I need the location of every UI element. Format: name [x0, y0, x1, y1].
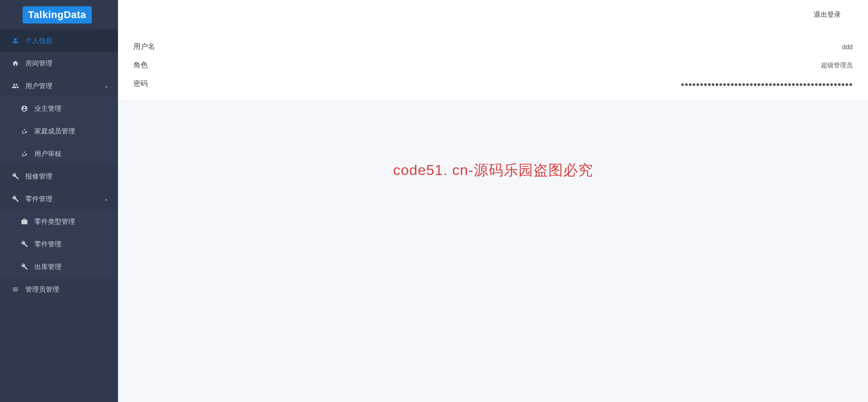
sidebar-item-label: 管理员管理: [25, 285, 109, 294]
sidebar-item-label: 业主管理: [34, 104, 109, 113]
sidebar-item-outbound[interactable]: 出库管理: [0, 255, 118, 278]
users-icon: [11, 81, 20, 90]
profile-row-password: 密码 ●●●●●●●●●●●●●●●●●●●●●●●●●●●●●●●●●●●●●…: [133, 75, 853, 93]
wrench-out-icon: [20, 262, 29, 271]
briefcase-icon: [20, 217, 29, 226]
sidebar-item-user-audit[interactable]: 用户审核: [0, 142, 118, 165]
wrench-icon: [11, 194, 20, 203]
sidebar-item-part-mgmt[interactable]: 零件管理: [0, 233, 118, 255]
watermark-text: code51. cn-源码乐园盗图必究: [393, 161, 593, 180]
account-circle-icon: [20, 104, 29, 113]
admin-icon: [11, 285, 20, 294]
sidebar-item-profile[interactable]: 个人信息: [0, 29, 118, 52]
sidebar-item-part-type[interactable]: 零件类型管理: [0, 210, 118, 233]
sidebar-item-label: 房间管理: [25, 59, 109, 68]
person-icon: [11, 36, 20, 45]
topbar: 退出登录: [118, 0, 868, 29]
verified-user-icon: [20, 149, 29, 158]
sidebar-item-family-mgmt[interactable]: 家庭成员管理: [0, 120, 118, 142]
logo-area: TalkingData: [0, 0, 118, 29]
sidebar-nav: 个人信息 房间管理 用户管理 业主管理 家庭成员管理 用户审核: [0, 29, 118, 402]
sidebar-item-label: 用户管理: [25, 82, 104, 90]
logout-link[interactable]: 退出登录: [814, 10, 841, 19]
sidebar-item-parts[interactable]: 零件管理: [0, 188, 118, 210]
sidebar-item-label: 零件管理: [34, 240, 109, 249]
sidebar-item-label: 个人信息: [25, 37, 109, 45]
sidebar-item-label: 家庭成员管理: [34, 127, 109, 136]
home-icon: [11, 59, 20, 68]
profile-card: 用户名 ddd 角色 超级管理员 密码 ●●●●●●●●●●●●●●●●●●●●…: [118, 29, 868, 99]
sidebar-item-label: 零件管理: [25, 195, 104, 203]
sidebar-item-admin[interactable]: 管理员管理: [0, 278, 118, 301]
sidebar-item-label: 用户审核: [34, 150, 109, 158]
sidebar-item-label: 出库管理: [34, 263, 109, 271]
chevron-up-icon: [104, 196, 109, 202]
wrench-small-icon: [20, 240, 29, 249]
sidebar-item-user-mgmt[interactable]: 用户管理: [0, 75, 118, 97]
profile-row-username: 用户名 ddd: [133, 38, 853, 56]
password-value: ●●●●●●●●●●●●●●●●●●●●●●●●●●●●●●●●●●●●●●●●…: [680, 80, 853, 88]
sidebar-item-label: 报修管理: [25, 172, 109, 181]
profile-row-role: 角色 超级管理员: [133, 56, 853, 75]
chevron-up-icon: [104, 83, 109, 89]
role-value: 超级管理员: [821, 61, 853, 70]
content: 用户名 ddd 角色 超级管理员 密码 ●●●●●●●●●●●●●●●●●●●●…: [118, 29, 868, 402]
sidebar-item-label: 零件类型管理: [34, 218, 109, 226]
username-value: ddd: [842, 43, 853, 51]
main-area: 退出登录 用户名 ddd 角色 超级管理员 密码 ●●●●●●●●●●●●●●●…: [118, 0, 868, 402]
sidebar: TalkingData 个人信息 房间管理 用户管理 业主管理: [0, 0, 118, 402]
group-icon: [20, 127, 29, 136]
logo: TalkingData: [23, 6, 92, 24]
password-label: 密码: [133, 79, 148, 89]
sidebar-item-owner-mgmt[interactable]: 业主管理: [0, 97, 118, 120]
username-label: 用户名: [133, 42, 155, 52]
tools-icon: [11, 172, 20, 181]
sidebar-item-room[interactable]: 房间管理: [0, 52, 118, 75]
sidebar-item-repair[interactable]: 报修管理: [0, 165, 118, 188]
role-label: 角色: [133, 61, 148, 70]
